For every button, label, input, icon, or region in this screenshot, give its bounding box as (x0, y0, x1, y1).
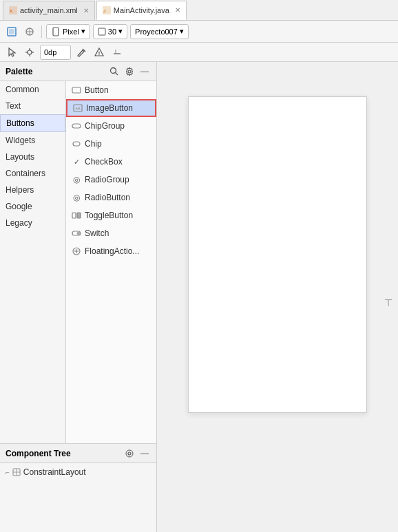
xml-file-icon: X (9, 6, 17, 14)
tab-java-close[interactable]: ✕ (175, 6, 180, 14)
java-file-icon: J (103, 6, 111, 14)
baseline-button[interactable]: I (109, 45, 125, 60)
widget-fab[interactable]: FloatingActio... (66, 242, 156, 260)
svg-line-23 (116, 72, 118, 75)
pixel-dropdown[interactable]: Pixel ▾ (46, 24, 90, 39)
tab-xml[interactable]: X activity_main.xml ✕ (3, 1, 95, 20)
widget-chip-label: Chip (85, 139, 102, 149)
project-label: Proyecto007 (135, 28, 178, 36)
toolbar-sep-1 (41, 25, 42, 38)
imagebutton-widget-icon (73, 103, 83, 113)
chipgroup-widget-icon (72, 121, 81, 131)
zoom-dropdown-arrow: ▾ (118, 27, 123, 36)
component-tree: Component Tree — ⌐ ConstraintLayout (0, 443, 156, 532)
button-widget-icon (72, 85, 81, 95)
component-tree-body: ⌐ ConstraintLayout (0, 463, 156, 532)
tab-java[interactable]: J MainActivity.java ✕ (96, 1, 187, 20)
zoom-dropdown[interactable]: 30 ▾ (93, 24, 127, 39)
svg-rect-27 (72, 124, 81, 128)
svg-rect-28 (73, 142, 80, 146)
chip-widget-icon (72, 139, 81, 149)
left-panel: Palette — Common Text Buttons Widgets La… (0, 62, 157, 532)
radiogroup-widget-icon: ◎ (72, 175, 81, 184)
svg-point-12 (28, 50, 32, 54)
palette-search-button[interactable] (108, 65, 121, 78)
widget-switch-label: Switch (85, 228, 109, 238)
main-area: Palette — Common Text Buttons Widgets La… (0, 62, 398, 532)
tab-xml-label: activity_main.xml (20, 6, 78, 14)
svg-rect-25 (72, 87, 81, 93)
component-tree-minimize-button[interactable]: — (138, 447, 151, 460)
design-mode-button[interactable] (4, 24, 19, 39)
svg-rect-5 (9, 29, 14, 34)
svg-point-19 (98, 54, 99, 54)
widget-list: Button ImageButton ChipGroup (66, 81, 156, 443)
pixel-label: Pixel (63, 28, 79, 36)
svg-rect-11 (98, 28, 105, 35)
tree-item-constraintlayout[interactable]: ⌐ ConstraintLayout (6, 467, 151, 477)
widget-radiogroup[interactable]: ◎ RadioGroup (66, 171, 156, 189)
project-dropdown-arrow: ▾ (180, 27, 184, 36)
padding-value: 0dp (44, 48, 56, 56)
svg-rect-9 (53, 28, 59, 36)
widget-radiobutton[interactable]: ◎ RadioButton (66, 189, 156, 206)
category-item-common[interactable]: Common (0, 81, 65, 98)
category-item-helpers[interactable]: Helpers (0, 182, 65, 198)
widget-chipgroup-label: ChipGroup (85, 121, 125, 131)
fab-widget-icon (72, 246, 81, 256)
category-list: Common Text Buttons Widgets Layouts Cont… (0, 81, 66, 443)
svg-point-24 (128, 70, 131, 73)
padding-input[interactable]: 0dp (40, 45, 71, 60)
palette-split: Common Text Buttons Widgets Layouts Cont… (0, 81, 156, 443)
svg-rect-30 (77, 213, 81, 218)
svg-point-22 (111, 67, 116, 73)
switch-widget-icon (72, 228, 81, 238)
svg-point-37 (126, 450, 133, 457)
pan-button[interactable] (22, 45, 37, 60)
widget-imagebutton[interactable]: ImageButton (66, 99, 156, 117)
warning-button[interactable] (92, 45, 107, 60)
project-dropdown[interactable]: Proyecto007 ▾ (130, 24, 189, 39)
component-tree-header: Component Tree — (0, 444, 156, 463)
category-item-widgets[interactable]: Widgets (0, 132, 65, 149)
magic-button[interactable] (74, 45, 89, 60)
palette-minimize-button[interactable]: — (138, 65, 151, 78)
category-item-buttons[interactable]: Buttons (0, 114, 65, 132)
widget-chipgroup[interactable]: ChipGroup (66, 117, 156, 135)
widget-checkbox[interactable]: ✓ CheckBox (66, 153, 156, 171)
constraintlayout-icon (12, 468, 21, 476)
component-tree-title: Component Tree (6, 449, 121, 458)
widget-switch[interactable]: Switch (66, 224, 156, 242)
component-tree-settings-button[interactable] (123, 447, 136, 460)
svg-point-36 (128, 452, 131, 455)
widget-togglebutton-label: ToggleButton (85, 211, 133, 220)
tab-java-label: MainActivity.java (114, 6, 169, 14)
palette-header: Palette — (0, 62, 156, 81)
svg-rect-26 (74, 105, 82, 111)
palette-settings-button[interactable] (123, 65, 136, 78)
widget-imagebutton-label: ImageButton (86, 103, 133, 113)
widget-checkbox-label: CheckBox (85, 157, 123, 167)
tab-bar: X activity_main.xml ✕ J MainActivity.jav… (0, 0, 398, 21)
widget-chip[interactable]: Chip (66, 135, 156, 153)
widget-radiogroup-label: RadioGroup (85, 175, 129, 184)
secondary-toolbar: 0dp I (0, 43, 398, 62)
blueprint-mode-button[interactable] (22, 24, 37, 39)
widget-button[interactable]: Button (66, 81, 156, 99)
checkbox-widget-icon: ✓ (72, 157, 81, 167)
category-item-containers[interactable]: Containers (0, 165, 65, 182)
widget-fab-label: FloatingActio... (85, 246, 139, 256)
select-button[interactable] (4, 45, 19, 60)
svg-text:X: X (10, 9, 12, 13)
pixel-dropdown-arrow: ▾ (81, 27, 85, 36)
canvas-area: ⊤ (157, 62, 398, 532)
category-item-text[interactable]: Text (0, 98, 65, 114)
widget-togglebutton[interactable]: ToggleButton (66, 206, 156, 224)
category-item-google[interactable]: Google (0, 198, 65, 215)
drag-indicator: ⊤ (384, 297, 392, 308)
tab-xml-close[interactable]: ✕ (83, 7, 89, 14)
category-item-layouts[interactable]: Layouts (0, 149, 65, 165)
widget-radiobutton-label: RadioButton (85, 193, 130, 202)
category-item-legacy[interactable]: Legacy (0, 215, 65, 231)
widget-button-label: Button (85, 85, 109, 95)
